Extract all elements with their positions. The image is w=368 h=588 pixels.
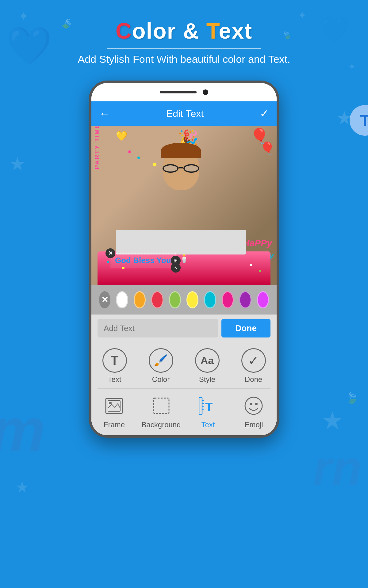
- svg-rect-3: [154, 398, 169, 413]
- svg-point-10: [245, 397, 262, 414]
- text-tool-icon: T: [111, 353, 119, 368]
- title-c-letter: C: [116, 19, 132, 43]
- toolbar-row-2: Frame Background: [91, 390, 277, 432]
- glasses: [163, 164, 199, 173]
- corner-handle[interactable]: ⤡: [171, 263, 181, 273]
- title-divider: [107, 48, 261, 49]
- app-title: Color & Text: [6, 18, 362, 43]
- add-text-input[interactable]: [98, 319, 218, 337]
- phone-side-button: [277, 144, 279, 169]
- phone-camera: [203, 89, 208, 95]
- phone-mockup: ← Edit Text ✓ 🎉 🎈 🎈 PARTY TIME 💛: [89, 81, 279, 438]
- phone-container: T ← Edit Text ✓ 🎉 🎈 🎈: [0, 81, 368, 438]
- t-icon-bubble: T: [350, 105, 368, 136]
- edit-text-header: ← Edit Text ✓: [91, 101, 277, 126]
- toolbar-item-emoji[interactable]: Emoji: [235, 394, 272, 429]
- done-tool-label: Done: [245, 375, 262, 384]
- screen-title: Edit Text: [166, 108, 204, 119]
- color-white[interactable]: [116, 291, 128, 308]
- color-green[interactable]: [169, 291, 181, 308]
- svg-point-2: [109, 402, 112, 404]
- toolbar-item-background[interactable]: Background: [141, 394, 181, 429]
- toolbar-item-done[interactable]: ✓ Done: [235, 348, 272, 384]
- party-time-sticker: PARTY TIME: [94, 126, 101, 169]
- app-header: Color & Text Add Stylish Font With beaut…: [0, 0, 368, 71]
- color-remove-button[interactable]: ✕: [99, 291, 110, 308]
- text-tool-icon-circle: T: [102, 348, 127, 373]
- color-tool-label: Color: [152, 375, 170, 384]
- app-subtitle: Add Stylish Font With beautiful color an…: [6, 53, 362, 65]
- delete-handle[interactable]: ✕: [105, 248, 115, 258]
- background-icon: [152, 397, 171, 415]
- style-tool-icon-circle: Aa: [195, 348, 220, 373]
- toolbar-row-1: T Text 🖌️ Color: [91, 345, 277, 387]
- color-pink[interactable]: [222, 291, 234, 308]
- background-tool-label: Background: [141, 420, 181, 429]
- toolbar-divider: [98, 388, 270, 389]
- title-t-letter: T: [206, 19, 219, 43]
- toolbar-item-text[interactable]: T Text: [96, 348, 133, 384]
- text-tool-label: Text: [108, 375, 121, 384]
- style-tool-label: Style: [199, 375, 215, 384]
- svg-rect-4: [199, 398, 202, 414]
- done-tool-icon-circle: ✓: [241, 348, 266, 373]
- color-orange[interactable]: [134, 291, 146, 308]
- text-selection-box[interactable]: ✕ ⊞ ⤡ God Bless You: [110, 253, 176, 268]
- done-tool-icon: ✓: [248, 353, 259, 368]
- toolbar-item-color[interactable]: 🖌️ Color: [143, 348, 179, 384]
- toolbar-item-style[interactable]: Aa Style: [189, 348, 226, 384]
- photo-background: 🎉 🎈 🎈 PARTY TIME 💛 HaPPy BiRtHday: [91, 126, 277, 285]
- svg-point-11: [250, 403, 252, 405]
- text2-tool-label: Text: [201, 420, 215, 429]
- add-text-row: Done: [91, 315, 277, 342]
- frame-icon: [105, 398, 123, 414]
- balloon-sticker-2: 🎈: [260, 141, 275, 156]
- svg-point-12: [255, 403, 258, 405]
- photo-editing-area[interactable]: 🎉 🎈 🎈 PARTY TIME 💛 HaPPy BiRtHday: [91, 126, 277, 285]
- emoji-icon: [244, 396, 263, 415]
- svg-text:T: T: [205, 400, 213, 414]
- boy-photo: [116, 135, 246, 254]
- toolbar-item-text2[interactable]: T Text: [190, 394, 227, 429]
- phone-notch: [91, 83, 277, 101]
- bottom-toolbar: T Text 🖌️ Color: [91, 342, 277, 435]
- phone-speaker: [160, 91, 197, 93]
- color-yellow[interactable]: [186, 291, 198, 308]
- done-button[interactable]: Done: [221, 319, 270, 337]
- color-cyan[interactable]: [204, 291, 216, 308]
- selected-text: God Bless You: [115, 256, 171, 265]
- color-magenta[interactable]: [257, 291, 269, 308]
- color-picker-row: ✕: [91, 285, 277, 315]
- color-red[interactable]: [151, 291, 163, 308]
- toolbar-item-frame[interactable]: Frame: [96, 394, 132, 429]
- happy-text: HaPPy: [243, 238, 272, 248]
- style-tool-icon: Aa: [201, 355, 214, 367]
- text-ruler-icon: T: [199, 396, 217, 416]
- color-tool-icon: 🖌️: [154, 354, 168, 367]
- frame-tool-label: Frame: [104, 420, 125, 429]
- color-purple[interactable]: [239, 291, 251, 308]
- emoji-tool-label: Emoji: [244, 420, 263, 429]
- back-button[interactable]: ←: [99, 107, 110, 120]
- check-button[interactable]: ✓: [260, 107, 269, 120]
- app-screen: ← Edit Text ✓ 🎉 🎈 🎈 PARTY TIME 💛: [91, 101, 277, 435]
- color-tool-icon-circle: 🖌️: [149, 348, 173, 373]
